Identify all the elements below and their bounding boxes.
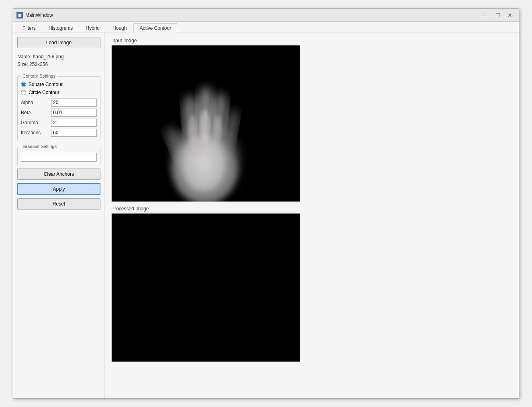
load-image-button[interactable]: Load Image bbox=[17, 37, 100, 48]
apply-button[interactable]: Apply bbox=[17, 183, 100, 195]
sidebar: Load Image Name: hand_256.png Size: 256x… bbox=[13, 33, 105, 398]
processed-image-container[interactable] bbox=[111, 213, 300, 362]
input-image-container[interactable] bbox=[111, 45, 300, 202]
beta-input[interactable] bbox=[51, 109, 97, 117]
gamma-label: Gamma bbox=[21, 120, 49, 125]
input-image-panel: Input Image bbox=[111, 38, 512, 202]
gamma-input[interactable] bbox=[51, 119, 97, 127]
tab-bar: Filters Histograms Hybrid Hough Active C… bbox=[13, 22, 519, 33]
main-window: ▦ MainWindow — ☐ ✕ Filters Histograms Hy… bbox=[13, 8, 519, 399]
tab-hough[interactable]: Hough bbox=[106, 23, 133, 33]
tab-hybrid[interactable]: Hybrid bbox=[80, 23, 106, 33]
param-grid: Alpha Beta Gamma Iterations bbox=[21, 99, 97, 137]
square-contour-radio[interactable] bbox=[21, 82, 26, 87]
square-contour-option[interactable]: Square Contour bbox=[21, 82, 97, 87]
window-controls: — ☐ ✕ bbox=[480, 11, 516, 19]
window-icon: ▦ bbox=[16, 12, 23, 18]
maximize-button[interactable]: ☐ bbox=[492, 11, 503, 19]
circle-contour-label: Circle Contour bbox=[29, 90, 59, 95]
circle-contour-option[interactable]: Circle Contour bbox=[21, 90, 97, 95]
contour-type-group: Square Contour Circle Contour bbox=[21, 82, 97, 95]
main-image-area: Input Image bbox=[105, 33, 519, 398]
contour-settings-legend: Contour Settings bbox=[21, 74, 57, 78]
alpha-input[interactable] bbox=[51, 99, 97, 107]
svg-point-13 bbox=[192, 138, 204, 154]
contour-settings-group: Contour Settings Square Contour Circle C… bbox=[17, 76, 100, 140]
beta-label: Beta bbox=[21, 110, 49, 115]
processed-image-label: Processed Image bbox=[111, 206, 512, 212]
gradient-input[interactable] bbox=[21, 153, 97, 162]
file-size: Size: 256x256 bbox=[17, 61, 100, 68]
tab-histograms[interactable]: Histograms bbox=[43, 23, 79, 33]
tab-filters[interactable]: Filters bbox=[16, 23, 42, 33]
circle-contour-radio[interactable] bbox=[21, 90, 26, 95]
iterations-label: Iterations bbox=[21, 130, 49, 136]
input-image-label: Input Image bbox=[111, 38, 512, 43]
tab-active-contour[interactable]: Active Contour bbox=[133, 23, 177, 33]
svg-point-14 bbox=[207, 134, 217, 149]
square-contour-label: Square Contour bbox=[29, 82, 63, 87]
window-title: MainWindow bbox=[25, 12, 480, 18]
input-image-svg bbox=[112, 45, 300, 201]
reset-button[interactable]: Reset bbox=[17, 198, 100, 210]
alpha-label: Alpha bbox=[21, 100, 49, 105]
file-name: Name: hand_256.png bbox=[17, 53, 100, 61]
processed-image-panel: Processed Image bbox=[111, 206, 512, 362]
file-info: Name: hand_256.png Size: 256x256 bbox=[17, 51, 100, 70]
clear-anchors-button[interactable]: Clear Anchors bbox=[17, 169, 100, 180]
title-bar: ▦ MainWindow — ☐ ✕ bbox=[13, 9, 519, 22]
gradient-settings-group: Gradiant Settings bbox=[17, 147, 100, 165]
gradient-settings-legend: Gradiant Settings bbox=[21, 144, 58, 149]
content-area: Load Image Name: hand_256.png Size: 256x… bbox=[13, 33, 519, 398]
close-button[interactable]: ✕ bbox=[504, 11, 516, 19]
minimize-button[interactable]: — bbox=[480, 11, 491, 19]
iterations-input[interactable] bbox=[51, 129, 97, 137]
